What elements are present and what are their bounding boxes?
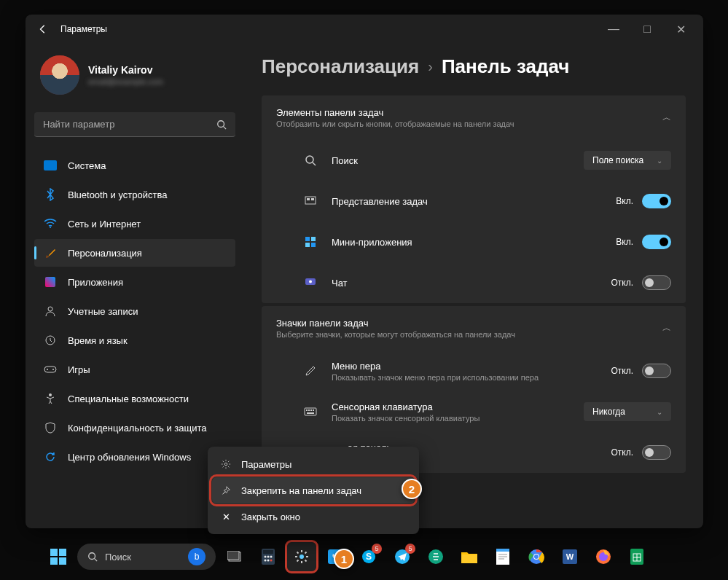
display-icon: [43, 160, 58, 171]
svg-rect-15: [311, 243, 316, 247]
maximize-button[interactable]: □: [630, 17, 664, 41]
sheets-button[interactable]: [622, 542, 651, 571]
settings-button[interactable]: [287, 542, 316, 571]
svg-rect-4: [44, 367, 56, 372]
explorer-button[interactable]: [455, 542, 484, 571]
context-item-label: Закрыть окно: [241, 512, 300, 522]
context-item-close[interactable]: ✕ Закрыть окно: [212, 503, 415, 530]
firefox-button[interactable]: [589, 542, 618, 571]
taskbar-search[interactable]: Поиск b: [77, 544, 216, 570]
chevron-right-icon: ›: [428, 58, 433, 75]
sidebar-item-label: Учетные записи: [68, 306, 138, 317]
sidebar-item-system[interactable]: Система: [34, 152, 235, 179]
section-taskbar-items: Элементы панели задач Отобразить или скр…: [262, 95, 686, 303]
row-label: Представление задач: [332, 196, 616, 207]
sidebar-item-update[interactable]: Центр обновления Windows: [34, 443, 235, 471]
svg-point-40: [270, 560, 273, 562]
row-label: Чат: [332, 278, 611, 289]
svg-rect-23: [307, 412, 314, 414]
pen-toggle[interactable]: [642, 364, 671, 378]
row-chat: Чат Откл.: [262, 262, 686, 303]
close-button[interactable]: ✕: [664, 17, 697, 41]
sidebar-item-privacy[interactable]: Конфиденциальность и защита: [34, 414, 235, 442]
skype-button[interactable]: S 5: [354, 542, 383, 571]
context-item-pin[interactable]: Закрепить на панели задач: [212, 477, 415, 503]
window-controls: — □ ✕: [597, 17, 697, 41]
taskview-toggle[interactable]: [642, 194, 671, 208]
context-item-label: Закрепить на панели задач: [241, 485, 361, 496]
search-box[interactable]: [34, 112, 235, 137]
widgets-icon: [302, 237, 318, 247]
svg-text:S: S: [366, 552, 372, 562]
taskview-icon: [302, 196, 318, 206]
start-button[interactable]: [44, 542, 73, 571]
svg-point-0: [218, 120, 224, 127]
update-icon: [43, 451, 58, 463]
svg-rect-14: [305, 243, 310, 247]
sidebar-item-time[interactable]: Время и язык: [34, 326, 235, 354]
search-dropdown[interactable]: Поле поиска ⌄: [584, 151, 671, 170]
search-input[interactable]: [43, 119, 216, 130]
calculator-button[interactable]: [254, 542, 283, 571]
sidebar-item-accessibility[interactable]: Специальные возможности: [34, 385, 235, 412]
virtual-toggle[interactable]: [642, 445, 671, 460]
badge: 5: [372, 544, 382, 554]
taskbar: Поиск b S 5 5 W: [0, 539, 728, 574]
section-header[interactable]: Значки панели задач Выберите значки, кот…: [262, 306, 686, 350]
taskbar-search-label: Поиск: [105, 552, 131, 563]
accessibility-icon: [43, 393, 58, 404]
widgets-toggle[interactable]: [642, 235, 671, 249]
user-email: email@example.com: [88, 77, 163, 86]
sidebar-item-network[interactable]: Сеть и Интернет: [34, 210, 235, 238]
svg-point-25: [224, 463, 227, 466]
context-menu: Параметры Закрепить на панели задач ✕ За…: [208, 447, 419, 534]
bing-icon: b: [188, 548, 206, 565]
svg-point-6: [52, 369, 54, 370]
avatar: [40, 55, 79, 95]
svg-point-7: [49, 393, 52, 396]
chat-toggle[interactable]: [642, 275, 671, 290]
chevron-up-icon: ︿: [662, 322, 671, 334]
brush-icon: [43, 247, 58, 259]
section-title: Значки панели задач: [276, 318, 515, 329]
row-sublabel: Показывать значок меню пера при использо…: [332, 373, 611, 382]
sidebar-item-label: Сеть и Интернет: [68, 219, 141, 230]
sidebar-item-gaming[interactable]: Игры: [34, 356, 235, 383]
taskview-button[interactable]: [220, 542, 249, 571]
svg-rect-27: [59, 549, 66, 556]
section-subtitle: Отобразить или скрыть кнопки, отображаем…: [276, 119, 514, 128]
breadcrumb: Персонализация › Панель задач: [262, 55, 686, 78]
toggle-state: Откл.: [611, 447, 633, 458]
pen-icon: [302, 365, 318, 377]
keyboard-icon: [302, 407, 318, 416]
minimize-button[interactable]: —: [597, 17, 630, 41]
sidebar-item-label: Время и язык: [68, 335, 128, 346]
search-icon: [302, 154, 318, 166]
back-button[interactable]: [31, 17, 55, 41]
breadcrumb-parent[interactable]: Персонализация: [262, 55, 419, 78]
chevron-up-icon: ︿: [662, 111, 671, 124]
badge: 5: [405, 544, 415, 554]
chatgpt-button[interactable]: [421, 542, 450, 571]
notepad-button[interactable]: [488, 542, 517, 571]
user-block[interactable]: Vitaliy Kairov email@example.com: [34, 50, 235, 101]
svg-rect-12: [305, 237, 310, 241]
row-pen: Меню пера Показывать значок меню пера пр…: [262, 350, 686, 391]
svg-point-36: [267, 556, 270, 558]
svg-rect-21: [310, 409, 312, 411]
section-header[interactable]: Элементы панели задач Отобразить или скр…: [262, 95, 686, 140]
sidebar-item-apps[interactable]: Приложения: [34, 268, 235, 296]
sidebar-item-personalization[interactable]: Персонализация: [34, 239, 235, 267]
telegram-button[interactable]: 5: [388, 542, 417, 571]
context-item-settings[interactable]: Параметры: [212, 451, 415, 477]
word-button[interactable]: W: [555, 542, 584, 571]
sidebar-item-accounts[interactable]: Учетные записи: [34, 297, 235, 325]
svg-rect-18: [305, 408, 316, 415]
svg-rect-34: [263, 550, 273, 554]
chrome-button[interactable]: [522, 542, 551, 571]
svg-text:W: W: [566, 552, 574, 561]
breadcrumb-current: Панель задач: [442, 55, 570, 78]
touch-keyboard-dropdown[interactable]: Никогда ⌄: [584, 402, 671, 421]
sidebar-item-bluetooth[interactable]: Bluetooth и устройства: [34, 181, 235, 208]
titlebar: Параметры — □ ✕: [26, 15, 703, 44]
